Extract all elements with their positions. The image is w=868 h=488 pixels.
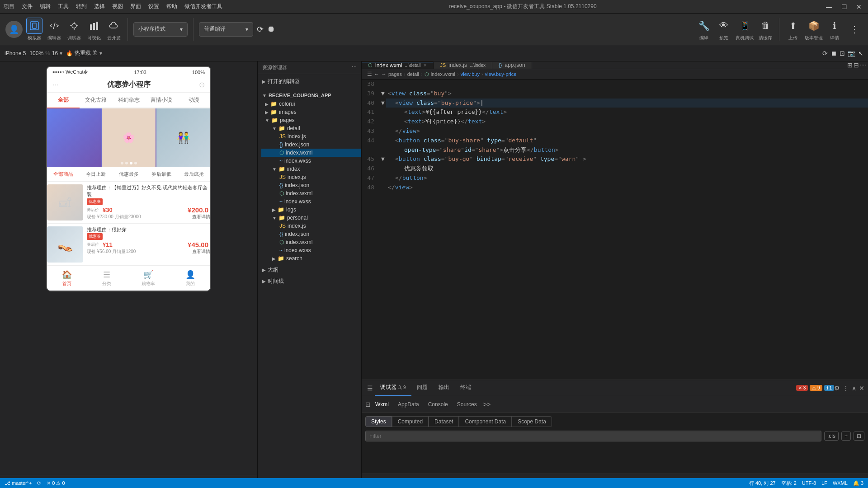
product-2-detail-link[interactable]: 查看详情 <box>192 249 210 255</box>
tab-indexjs[interactable]: JS index.js ...\index <box>434 62 492 69</box>
menu-item-tools[interactable]: 工具 <box>58 3 69 10</box>
file-detail-indexjs[interactable]: JS index.js <box>261 132 361 141</box>
outline-header[interactable]: ▶ 大纲 <box>258 264 361 276</box>
tab-indexwxml[interactable]: ⬡ index.wxml ...\detail ✕ <box>362 62 434 69</box>
phone-tab-anime[interactable]: 动漫 <box>178 93 210 108</box>
line-ending[interactable]: LF <box>821 480 827 487</box>
debug-tab-terminal[interactable]: 终端 <box>455 380 476 396</box>
menu-item-interface[interactable]: 界面 <box>130 3 141 10</box>
minimize-button[interactable]: — <box>823 3 835 10</box>
menu-item-edit[interactable]: 编辑 <box>40 3 51 10</box>
visualize-btn[interactable]: 可视化 <box>86 18 102 41</box>
product-item-2[interactable]: 👡 推荐理由：很好穿 优惠券 券后价 ¥11 ¥45.00 <box>47 224 210 266</box>
debugger-btn[interactable]: 调试器 <box>66 18 82 41</box>
record-button[interactable]: ⏺ <box>267 24 275 34</box>
clear-cache-btn[interactable]: 🗑 清缓存 <box>757 18 774 41</box>
file-panel-more[interactable]: ⋯ <box>352 64 357 71</box>
folder-pages[interactable]: ▼ 📁 pages <box>261 116 361 124</box>
device-selector[interactable]: iPhone 5 100% % 16 ▾ <box>5 50 62 56</box>
menu-item-goto[interactable]: 转到 <box>76 3 87 10</box>
file-personal-indexwxss[interactable]: ~ index.wxss <box>261 246 361 254</box>
rtab-sources[interactable]: Sources <box>453 399 481 409</box>
phone-product-scroll[interactable]: 🛋 推荐理由：【销量过万】好久不见 现代简约轻奢客厅套装 优惠券 券后价 ¥30… <box>47 182 210 266</box>
cursor-icon[interactable]: ↖ <box>858 50 863 57</box>
rtab-appdata[interactable]: AppData <box>393 399 424 409</box>
rtab-console[interactable]: Console <box>424 399 453 409</box>
product-item-1[interactable]: 🛋 推荐理由：【销量过万】好久不见 现代简约轻奢客厅套装 优惠券 券后价 ¥30… <box>47 182 210 224</box>
timeline-header[interactable]: ▶ 时间线 <box>258 276 361 287</box>
phone-tab-culture[interactable]: 文化古籍 <box>80 93 112 108</box>
file-index-indexwxss[interactable]: ~ index.wxss <box>261 197 361 206</box>
style-tab-dataset[interactable]: Dataset <box>429 416 459 427</box>
file-detail-indexwxml[interactable]: ⬡ index.wxml <box>261 149 361 157</box>
file-index-indexwxml[interactable]: ⬡ index.wxml <box>261 189 361 197</box>
menu-item-view[interactable]: 视图 <box>112 3 123 10</box>
breadcrumb-forward-btn[interactable]: → <box>381 71 387 77</box>
version-btn[interactable]: 📦 版本管理 <box>805 18 823 41</box>
filter-lowest[interactable]: 券后最低 <box>145 169 178 179</box>
filter-discount[interactable]: 优惠最多 <box>112 169 145 179</box>
file-personal-indexwxml[interactable]: ⬡ index.wxml <box>261 238 361 246</box>
collapse-40[interactable]: ▼ <box>380 99 386 108</box>
detail-btn[interactable]: ℹ 详情 <box>826 18 843 41</box>
menu-item-help[interactable]: 帮助 <box>166 3 177 10</box>
filter-input[interactable] <box>365 431 821 441</box>
menu-item-settings[interactable]: 设置 <box>148 3 159 10</box>
phone-banner[interactable]: 🌸 👫 <box>47 108 210 167</box>
phone-tab-romance[interactable]: 言情小说 <box>145 93 178 108</box>
refresh-icon[interactable]: ⟳ <box>822 50 828 57</box>
notifications[interactable]: 🔔 3 <box>853 480 863 487</box>
bottom-tab-category[interactable]: ☰ 分类 <box>102 270 111 287</box>
rtab-more[interactable]: >> <box>481 401 492 408</box>
editor-split-btn[interactable]: ⊞ <box>847 61 853 69</box>
debug-more-btn[interactable]: ⋮ <box>843 385 849 392</box>
breadcrumb-menu-btn[interactable]: ☰ <box>367 71 372 77</box>
menu-item-select[interactable]: 选择 <box>94 3 105 10</box>
open-editors-header[interactable]: ▶ 打开的编辑器 <box>258 76 361 87</box>
sync-btn[interactable]: ⟳ <box>37 480 41 486</box>
indent-size[interactable]: 空格: 2 <box>781 480 797 487</box>
file-index-indexjs[interactable]: JS index.js <box>261 173 361 181</box>
bottom-tab-profile[interactable]: 👤 我的 <box>185 270 195 287</box>
hotreload-toggle[interactable]: 🔥 热重载 关 ▾ <box>66 49 102 57</box>
menu-item-file[interactable]: 文件 <box>22 3 33 10</box>
tab-wxml-close[interactable]: ✕ <box>423 63 427 68</box>
phone-tab-all[interactable]: 全部 <box>47 93 80 108</box>
file-detail-indexwxss[interactable]: ~ index.wxss <box>261 157 361 165</box>
style-tab-styles[interactable]: Styles <box>365 416 392 427</box>
cursor-position[interactable]: 行 40, 列 27 <box>749 480 776 487</box>
git-branch[interactable]: ⎇ master*+ <box>5 480 32 486</box>
debug-tab-main[interactable]: 调试器 3, 9 <box>375 380 411 396</box>
filter-new[interactable]: 今日上新 <box>80 169 112 179</box>
debug-tab-problems[interactable]: 问题 <box>411 380 433 396</box>
stop-icon[interactable]: ⏹ <box>830 50 837 57</box>
menu-item-weixin[interactable]: 微信开发者工具 <box>184 3 222 10</box>
folder-search[interactable]: ▶ 📁 search <box>261 254 361 263</box>
folder-index[interactable]: ▼ 📁 index <box>261 165 361 173</box>
file-personal-indexjs[interactable]: JS index.js <box>261 222 361 230</box>
collapse-39[interactable]: ▼ <box>380 89 386 99</box>
tab-appjson[interactable]: {} app.json <box>492 62 532 69</box>
encoding[interactable]: UTF-8 <box>802 480 816 487</box>
compile-dropdown[interactable]: 普通编译 ▾ <box>199 22 253 37</box>
refresh-button[interactable]: ⟳ <box>257 24 264 34</box>
phone-tab-scifi[interactable]: 科幻杂志 <box>112 93 145 108</box>
debug-menu-btn[interactable]: ☰ <box>367 385 373 392</box>
compile-action-btn[interactable]: 🔧 编译 <box>696 18 712 41</box>
avatar[interactable]: 👤 <box>5 21 23 38</box>
language-mode[interactable]: WXML <box>833 480 848 487</box>
preview-btn[interactable]: 👁 预览 <box>716 18 732 41</box>
debug-select-btn[interactable]: ⊡ <box>365 401 371 408</box>
screenshot-icon[interactable]: 📷 <box>848 50 855 57</box>
collapse-45[interactable]: ▼ <box>380 155 386 164</box>
style-tab-component[interactable]: Component Data <box>459 416 512 427</box>
style-tab-scope[interactable]: Scope Data <box>512 416 552 427</box>
code-area[interactable]: 38 39 ▼ <view class="buy"> 40 ▼ <view cl… <box>362 80 868 380</box>
folder-personal[interactable]: ▼ 📁 personal <box>261 214 361 222</box>
filter-all[interactable]: 全部商品 <box>47 169 80 179</box>
filter-add-btn[interactable]: + <box>841 432 851 441</box>
folder-images[interactable]: ▶ 📁 images <box>261 108 361 116</box>
folder-logs[interactable]: ▶ 📁 logs <box>261 206 361 214</box>
errors-indicator[interactable]: ✕ 0 ⚠ 0 <box>47 480 65 486</box>
file-personal-indexjson[interactable]: {} index.json <box>261 230 361 238</box>
